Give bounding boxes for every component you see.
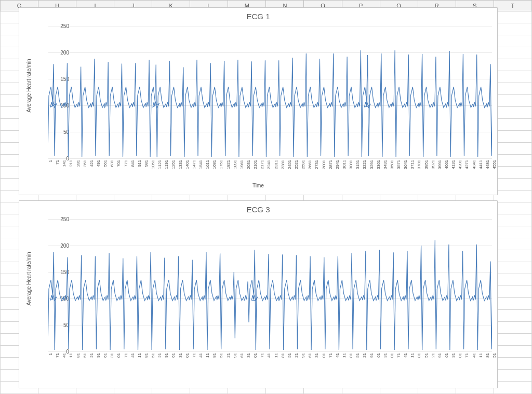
cell[interactable] xyxy=(494,238,531,250)
x-tick: 41 xyxy=(403,353,408,358)
x-tick: 71 xyxy=(328,353,333,358)
x-tick: 911 xyxy=(137,160,142,167)
x-tick: 41 xyxy=(335,353,340,358)
cell[interactable] xyxy=(494,358,531,370)
cell[interactable] xyxy=(494,262,531,274)
cell[interactable] xyxy=(494,35,531,47)
chart-title: ECG 3 xyxy=(19,205,497,214)
cell[interactable] xyxy=(494,59,531,71)
cell[interactable] xyxy=(494,155,531,167)
x-tick: 41 xyxy=(130,353,135,358)
cell[interactable] xyxy=(494,83,531,95)
x-tick: 4411 xyxy=(478,160,483,169)
x-tick: 351 xyxy=(83,160,87,167)
x-tick: 01 xyxy=(390,353,394,358)
x-tick: 61 xyxy=(444,353,449,358)
x-tick: 561 xyxy=(103,160,108,167)
x-tick: 211 xyxy=(69,160,73,167)
cell[interactable] xyxy=(494,167,531,179)
x-tick: 31 xyxy=(178,353,183,358)
x-tick: 4201 xyxy=(458,160,462,169)
x-tick: 51 xyxy=(151,353,155,358)
x-tick: 701 xyxy=(116,160,121,167)
plot-area: 050100150200250 xyxy=(48,26,492,159)
x-tick: 3431 xyxy=(383,160,388,169)
x-tick: 1681 xyxy=(212,160,217,169)
x-tick: 71 xyxy=(124,353,128,358)
cell[interactable] xyxy=(494,47,531,59)
x-tick: 1331 xyxy=(178,160,183,169)
x-tick: 3711 xyxy=(410,160,415,169)
x-tick: 981 xyxy=(144,160,149,167)
x-tick: 4131 xyxy=(451,160,456,169)
x-tick: 2941 xyxy=(335,160,340,169)
cell[interactable] xyxy=(494,95,531,107)
x-tick: 11 xyxy=(410,353,415,358)
cell[interactable] xyxy=(494,346,531,358)
cell[interactable] xyxy=(494,214,531,226)
x-tick: 51 xyxy=(355,353,360,358)
x-tick: 11 xyxy=(69,353,73,358)
x-tick: 31 xyxy=(383,353,388,358)
col-header[interactable]: T xyxy=(494,1,531,11)
x-tick: 4481 xyxy=(485,160,490,169)
spreadsheet-view: GHIJKLMNOPQRST ECG 1 Average Heart rate/… xyxy=(0,0,532,394)
x-tick: 51 xyxy=(287,353,292,358)
x-tick: 1611 xyxy=(205,160,210,169)
cell[interactable] xyxy=(494,107,531,119)
cell[interactable] xyxy=(494,11,531,23)
x-tick: 2311 xyxy=(274,160,278,169)
x-tick: 631 xyxy=(110,160,114,167)
cell[interactable] xyxy=(494,310,531,322)
cell[interactable] xyxy=(494,334,531,346)
cell[interactable] xyxy=(494,23,531,35)
x-tick: 4341 xyxy=(472,160,476,169)
x-tick: 31 xyxy=(451,353,456,358)
x-tick: 1961 xyxy=(240,160,244,169)
cell[interactable] xyxy=(494,286,531,298)
cell[interactable] xyxy=(494,250,531,262)
x-tick: 2871 xyxy=(328,160,333,169)
x-tick-labels: 1711412112813514214915616317017718419119… xyxy=(48,159,492,183)
x-tick: 1191 xyxy=(164,160,169,169)
x-tick: 2241 xyxy=(267,160,271,169)
x-tick: 81 xyxy=(212,353,217,358)
x-tick: 81 xyxy=(417,353,421,358)
cell[interactable] xyxy=(494,143,531,155)
x-tick: 11 xyxy=(274,353,278,358)
cell[interactable] xyxy=(494,322,531,334)
chart-ecg-3[interactable]: ECG 3 Average Heart rate/min 05010015020… xyxy=(19,200,498,388)
chart-ecg-1[interactable]: ECG 1 Average Heart rate/min 05010015020… xyxy=(19,7,498,195)
cell[interactable] xyxy=(494,382,531,393)
x-tick: 71 xyxy=(464,353,469,358)
cell[interactable] xyxy=(494,226,531,238)
x-tick: 1471 xyxy=(192,160,196,169)
x-tick: 91 xyxy=(437,353,442,358)
x-tick: 61 xyxy=(376,353,381,358)
cell[interactable] xyxy=(494,179,531,191)
x-tick: 81 xyxy=(76,353,81,358)
cell[interactable] xyxy=(494,202,531,214)
x-tick: 51 xyxy=(424,353,429,358)
cell[interactable] xyxy=(494,298,531,310)
cell[interactable] xyxy=(494,370,531,382)
cell[interactable] xyxy=(494,71,531,83)
x-tick: 3921 xyxy=(431,160,435,169)
x-tick: 61 xyxy=(103,353,108,358)
x-tick: 771 xyxy=(124,160,128,167)
cell[interactable] xyxy=(494,191,531,202)
x-tick: 3221 xyxy=(362,160,367,169)
x-tick: 3851 xyxy=(424,160,429,169)
x-tick: 41 xyxy=(267,353,271,358)
x-tick: 2031 xyxy=(246,160,251,169)
cell[interactable] xyxy=(494,119,531,131)
x-tick: 21 xyxy=(362,353,367,358)
cell[interactable] xyxy=(494,274,531,286)
x-tick: 2381 xyxy=(281,160,285,169)
x-tick: 3291 xyxy=(369,160,374,169)
x-tick: 11 xyxy=(137,353,142,358)
x-tick: 141 xyxy=(62,160,66,167)
cell[interactable] xyxy=(494,131,531,143)
x-tick: 21 xyxy=(294,353,299,358)
x-tick: 2661 xyxy=(308,160,312,169)
